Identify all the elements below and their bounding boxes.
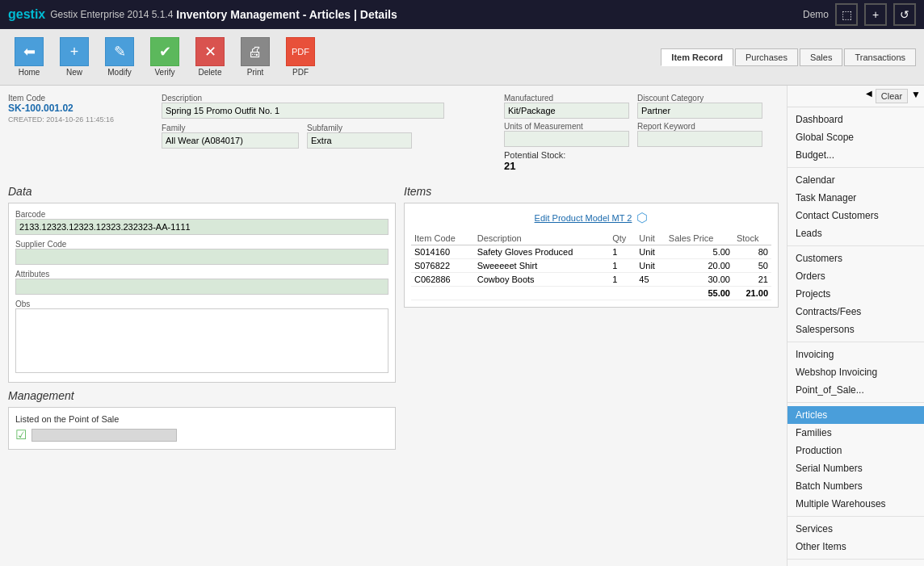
verify-label: Verify: [154, 68, 174, 77]
print-button[interactable]: 🖨 Print: [234, 34, 276, 80]
totals-empty: [411, 287, 666, 300]
checkbox-icon[interactable]: ☑: [15, 427, 27, 442]
delete-button[interactable]: ✕ Delete: [189, 34, 231, 80]
uom-field: Units of Measurement: [504, 122, 629, 147]
listed-pos-label: Listed on the Point of Sale: [15, 414, 388, 424]
table-row: S014160 Safety Gloves Produced 1 Unit 5.…: [411, 245, 771, 259]
sidebar-item-batch-numbers[interactable]: Batch Numbers: [788, 477, 924, 495]
print-label: Print: [247, 68, 264, 77]
cell-sales-price: 30.00: [666, 273, 733, 287]
right-panel: Items Edit Product Model MT 2 ⬡ Item Cod…: [404, 178, 779, 450]
sidebar-item-contact-customers[interactable]: Contact Customers: [788, 207, 924, 224]
demo-label: Demo: [803, 9, 829, 20]
sidebar-item-families[interactable]: Families: [788, 424, 924, 442]
top-form-row: Item Code SK-100.001.02 CREATED: 2014-10…: [8, 94, 779, 172]
sidebar-item-articles[interactable]: Articles: [788, 406, 924, 424]
cell-qty: 1: [609, 259, 636, 273]
new-button[interactable]: + New: [53, 34, 95, 80]
totals-stock: 21.00: [733, 287, 771, 300]
sidebar-item-global-scope[interactable]: Global Scope: [788, 128, 924, 146]
modify-button[interactable]: ✎ Modify: [99, 34, 141, 80]
sidebar-item-leads[interactable]: Leads: [788, 224, 924, 242]
item-code-field: Item Code SK-100.001.02 CREATED: 2014-10…: [8, 94, 153, 172]
cell-qty: 1: [609, 273, 636, 287]
sidebar-item-other-items[interactable]: Other Items: [788, 538, 924, 556]
sidebar-item-orders[interactable]: Orders: [788, 267, 924, 285]
sidebar-item-serial-numbers[interactable]: Serial Numbers: [788, 459, 924, 477]
pdf-label: PDF: [292, 68, 309, 77]
discount-category-input[interactable]: [637, 103, 762, 119]
sidebar-item-suppliers[interactable]: Suppliers: [788, 563, 924, 566]
supplier-code-input[interactable]: [15, 249, 388, 265]
family-input[interactable]: [162, 132, 299, 149]
manufactured-input[interactable]: [504, 103, 629, 119]
content-area: Item Code SK-100.001.02 CREATED: 2014-10…: [0, 86, 787, 566]
obs-label: Obs: [15, 300, 388, 308]
items-section-box: Edit Product Model MT 2 ⬡ Item Code Desc…: [404, 203, 779, 308]
items-header: Edit Product Model MT 2 ⬡: [411, 210, 771, 225]
pdf-icon: PDF: [286, 37, 315, 66]
home-button[interactable]: ⬅ Home: [8, 34, 50, 80]
tab-purchases[interactable]: Purchases: [735, 48, 798, 66]
refresh-button[interactable]: ↺: [893, 3, 916, 26]
barcode-label: Barcode: [15, 210, 388, 219]
attributes-label: Attributes: [15, 270, 388, 279]
item-code-value: SK-100.001.02: [8, 103, 153, 114]
left-panel: Data Barcode Supplier Code Attributes Ob…: [8, 178, 396, 450]
potential-stock-field: Potential Stock: 21: [504, 150, 779, 172]
col-unit: Unit: [636, 232, 665, 245]
cell-description: Cowboy Boots: [474, 273, 609, 287]
report-keyword-field: Report Keyword: [637, 122, 762, 147]
manufactured-label: Manufactured: [504, 94, 629, 103]
edit-product-link[interactable]: Edit Product Model MT 2: [535, 213, 632, 223]
logout-button[interactable]: ⬚: [835, 3, 858, 26]
external-link-icon[interactable]: ⬡: [636, 210, 648, 225]
tab-item-record[interactable]: Item Record: [661, 48, 733, 66]
family-field: Family: [162, 124, 299, 149]
delete-label: Delete: [199, 68, 222, 77]
management-section: Management Listed on the Point of Sale ☑: [8, 389, 396, 450]
right-form-fields: Manufactured Discount Category Units of …: [504, 94, 779, 172]
report-keyword-input[interactable]: [637, 131, 762, 147]
subfamily-input[interactable]: [307, 132, 412, 149]
pdf-button[interactable]: PDF PDF: [279, 34, 321, 80]
add-button[interactable]: +: [864, 3, 887, 26]
sidebar-item-pointofsale[interactable]: Point_of_Sale...: [788, 381, 924, 399]
sidebar-item-services[interactable]: Services: [788, 520, 924, 538]
uom-input[interactable]: [504, 131, 629, 147]
barcode-input[interactable]: [15, 219, 388, 235]
cell-sales-price: 20.00: [666, 259, 733, 273]
sidebar-item-production[interactable]: Production: [788, 442, 924, 459]
sidebar-item-calendar[interactable]: Calendar: [788, 171, 924, 189]
clear-button[interactable]: Clear: [876, 89, 908, 103]
sidebar-item-invoicing[interactable]: Invoicing: [788, 346, 924, 363]
obs-textarea[interactable]: [15, 308, 388, 373]
data-section-box: Barcode Supplier Code Attributes Obs: [8, 203, 396, 383]
item-code-label: Item Code: [8, 94, 153, 103]
col-qty: Qty: [609, 232, 636, 245]
sidebar-dropdown-icon[interactable]: ▼: [911, 89, 921, 103]
tab-transactions[interactable]: Transactions: [844, 48, 916, 66]
verify-button[interactable]: ✔ Verify: [144, 34, 186, 80]
sidebar-item-salespersons[interactable]: Salespersons: [788, 321, 924, 338]
sidebar-item-task-manager[interactable]: Task Manager: [788, 189, 924, 207]
sidebar-toggle[interactable]: ◀: [866, 89, 872, 103]
verify-icon: ✔: [150, 37, 179, 66]
sidebar-group-4: ArticlesFamiliesProductionSerial Numbers…: [788, 403, 924, 517]
sidebar-item-webshop-invoicing[interactable]: Webshop Invoicing: [788, 363, 924, 381]
sidebar-item-contractsfees[interactable]: Contracts/Fees: [788, 303, 924, 321]
sidebar-item-multiple-warehouses[interactable]: Multiple Warehouses: [788, 495, 924, 513]
sidebar-item-dashboard[interactable]: Dashboard: [788, 111, 924, 128]
attributes-input[interactable]: [15, 279, 388, 295]
tab-sales[interactable]: Sales: [800, 48, 843, 66]
main-layout: Item Code SK-100.001.02 CREATED: 2014-10…: [0, 86, 924, 566]
app-header: gestix Gestix Enterprise 2014 5.1.4 Inve…: [0, 0, 924, 29]
sidebar-item-customers[interactable]: Customers: [788, 249, 924, 267]
sidebar-item-projects[interactable]: Projects: [788, 285, 924, 303]
sidebar-item-budget[interactable]: Budget...: [788, 146, 924, 164]
home-icon: ⬅: [15, 37, 44, 66]
management-box: Listed on the Point of Sale ☑: [8, 407, 396, 450]
manufactured-field: Manufactured: [504, 94, 629, 119]
description-input[interactable]: [162, 103, 444, 119]
created-text: CREATED: 2014-10-26 11:45:16: [8, 115, 153, 124]
